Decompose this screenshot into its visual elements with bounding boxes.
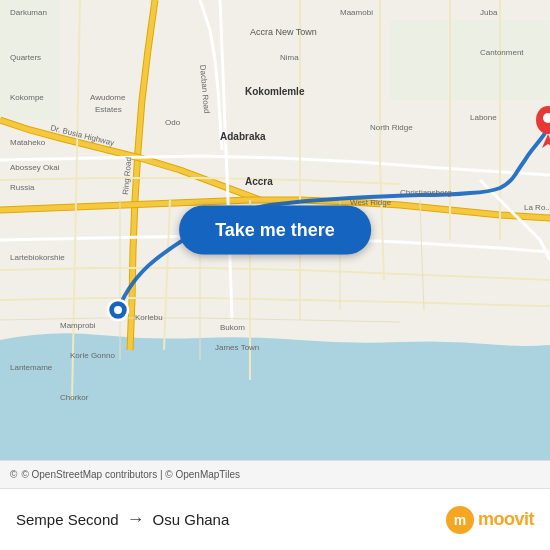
svg-text:Bukom: Bukom	[220, 323, 245, 332]
destination-label: Osu Ghana	[153, 511, 230, 528]
svg-text:Accra: Accra	[245, 176, 273, 187]
svg-text:Nima: Nima	[280, 53, 299, 62]
attribution-text: © OpenStreetMap contributors | © OpenMap…	[21, 469, 240, 480]
svg-text:Accra New Town: Accra New Town	[250, 27, 317, 37]
svg-text:La Ro...: La Ro...	[524, 203, 550, 212]
svg-text:Korle Gonno: Korle Gonno	[70, 351, 115, 360]
svg-text:James Town: James Town	[215, 343, 259, 352]
svg-text:North Ridge: North Ridge	[370, 123, 413, 132]
svg-text:Kokompe: Kokompe	[10, 93, 44, 102]
svg-text:Darkuman: Darkuman	[10, 8, 47, 17]
svg-text:Lantemame: Lantemame	[10, 363, 53, 372]
svg-text:Mataheko: Mataheko	[10, 138, 46, 147]
svg-text:Lartebiokorshie: Lartebiokorshie	[10, 253, 65, 262]
svg-text:Christiansborg: Christiansborg	[400, 188, 452, 197]
svg-text:Kokomlemle: Kokomlemle	[245, 86, 305, 97]
svg-text:West Ridge: West Ridge	[350, 198, 392, 207]
moovit-logo-icon: m	[446, 506, 474, 534]
svg-text:Awudome: Awudome	[90, 93, 126, 102]
svg-text:Cantonment: Cantonment	[480, 48, 524, 57]
svg-text:Labone: Labone	[470, 113, 497, 122]
svg-text:Maamobi: Maamobi	[340, 8, 373, 17]
origin-destination: Sempe Second → Osu Ghana	[16, 509, 229, 530]
moovit-logo-text: moovit	[478, 509, 534, 530]
svg-text:Russia: Russia	[10, 183, 35, 192]
svg-point-37	[114, 306, 122, 314]
attribution-bar: © © OpenStreetMap contributors | © OpenM…	[0, 460, 550, 488]
copyright-icon: ©	[10, 469, 17, 480]
origin-label: Sempe Second	[16, 511, 119, 528]
map-container: Darkuman Quarters Kokompe Mataheko Aboss…	[0, 0, 550, 460]
arrow-icon: →	[127, 509, 145, 530]
svg-text:Abossey Okai: Abossey Okai	[10, 163, 60, 172]
svg-text:Odo: Odo	[165, 118, 181, 127]
take-me-there-button[interactable]: Take me there	[179, 206, 371, 255]
route-info: Sempe Second → Osu Ghana	[16, 509, 446, 530]
svg-text:Estates: Estates	[95, 105, 122, 114]
svg-text:Korlebu: Korlebu	[135, 313, 163, 322]
svg-text:Chorkor: Chorkor	[60, 393, 89, 402]
svg-text:Quarters: Quarters	[10, 53, 41, 62]
svg-rect-2	[390, 20, 550, 100]
svg-text:Adabraka: Adabraka	[220, 131, 266, 142]
svg-text:Mamprobi: Mamprobi	[60, 321, 96, 330]
moovit-logo: m moovit	[446, 506, 534, 534]
footer-bar: Sempe Second → Osu Ghana m moovit	[0, 488, 550, 550]
svg-text:Juba: Juba	[480, 8, 498, 17]
